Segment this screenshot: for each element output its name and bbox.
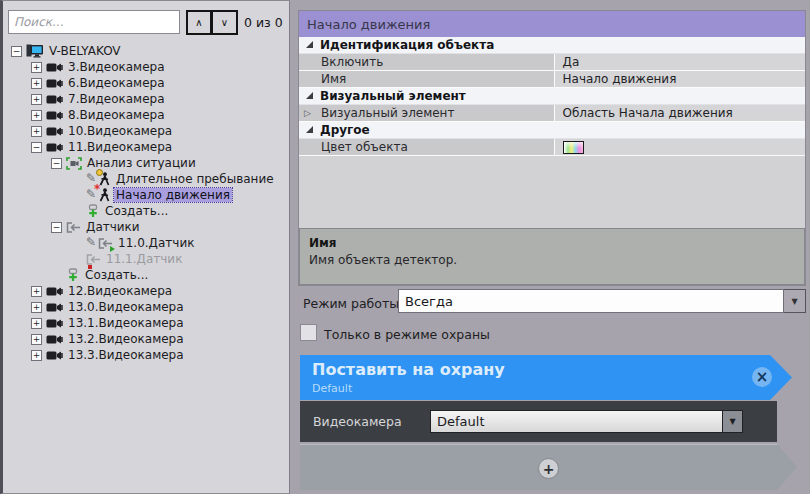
tree-item[interactable]: +8.Видеокамера (5, 107, 287, 123)
dropdown-arrow-icon: ▼ (791, 297, 797, 306)
camera-label: Видеокамера (313, 414, 402, 429)
rule-close-button[interactable]: × (752, 367, 772, 387)
rule-title: Поставить на охрану (312, 360, 505, 379)
tree-expander-plus[interactable]: + (31, 78, 42, 89)
tree-expander-plus[interactable]: + (31, 286, 42, 297)
color-swatch[interactable] (563, 141, 584, 154)
work-mode-dropdown-button[interactable]: ▼ (784, 289, 806, 313)
tree-item[interactable]: ✎Длительное пребывание (5, 171, 287, 187)
find-next-button[interactable]: ∨ (212, 10, 238, 35)
device-tree-panel: ∧ ∨ 0 из 0 −V-BELYAKOV+3.Видеокамера+6.В… (0, 0, 290, 494)
add-rule-row: + (300, 444, 797, 490)
sensor-icon (86, 254, 101, 265)
tree-item[interactable]: 11.1.Датчик (5, 251, 287, 267)
person-detector-icon: * (98, 188, 111, 202)
property-name: Имя (321, 72, 346, 86)
row-expander-icon[interactable]: ▷ (304, 108, 311, 118)
property-category[interactable]: Идентификация объекта (299, 37, 805, 54)
category-label: Другое (320, 123, 370, 137)
computer-icon (26, 44, 44, 58)
camera-icon (46, 110, 63, 121)
tree-item[interactable]: +13.2.Видеокамера (5, 331, 287, 347)
tree-expander-plus[interactable]: + (31, 126, 42, 137)
property-category[interactable]: Визуальный элемент (299, 88, 805, 105)
tree-item[interactable]: −Анализ ситуации (5, 155, 287, 171)
guard-mode-checkbox-label: Только в режиме охраны (324, 327, 490, 342)
tree-item-label: 6.Видеокамера (66, 76, 167, 90)
tree-item[interactable]: +7.Видеокамера (5, 91, 287, 107)
tree-item[interactable]: ✎11.0.Датчик (5, 235, 287, 251)
camera-icon (46, 318, 63, 329)
tree-item[interactable]: +12.Видеокамера (5, 283, 287, 299)
tree-item-label: 11.1.Датчик (104, 252, 184, 266)
add-rule-button[interactable]: + (538, 458, 559, 479)
tree-expander-plus[interactable]: + (31, 302, 42, 313)
tree-expander-minus[interactable]: − (11, 46, 22, 57)
tree-item[interactable]: +13.0.Видеокамера (5, 299, 287, 315)
tree-item-label: 13.3.Видеокамера (66, 348, 186, 362)
dropdown-arrow-icon: ▼ (729, 417, 735, 426)
camera-icon (46, 350, 63, 361)
search-input[interactable] (8, 10, 180, 34)
property-grid-empty-area (299, 156, 805, 228)
close-icon: × (756, 370, 769, 385)
tree-expander-plus[interactable]: + (31, 94, 42, 105)
situation-analysis-icon (66, 157, 82, 170)
category-label: Визуальный элемент (320, 89, 466, 103)
category-collapse-icon (306, 126, 313, 133)
tree-expander-plus[interactable]: + (31, 318, 42, 329)
pencil-icon: ✎ (86, 187, 96, 201)
property-value[interactable]: Область Начала движения (563, 106, 733, 120)
category-label: Идентификация объекта (320, 38, 494, 52)
camera-icon (46, 302, 63, 313)
rule-banner[interactable]: Поставить на охрану Default × (300, 355, 792, 400)
find-previous-button[interactable]: ∧ (186, 10, 212, 35)
tree-item-label: 12.Видеокамера (66, 284, 174, 298)
tree-item-label: 11.Видеокамера (66, 140, 174, 154)
tree-item[interactable]: −V-BELYAKOV (5, 43, 287, 59)
property-row[interactable]: Цвет объекта (299, 139, 805, 156)
tree-expander-plus[interactable]: + (31, 334, 42, 345)
tree-item[interactable]: +3.Видеокамера (5, 59, 287, 75)
tree-item[interactable]: −11.Видеокамера (5, 139, 287, 155)
property-category[interactable]: Другое (299, 122, 805, 139)
tree-expander-minus[interactable]: − (51, 222, 62, 233)
camera-icon (46, 62, 63, 73)
tree-item[interactable]: +13.3.Видеокамера (5, 347, 287, 363)
tree-expander-minus[interactable]: − (51, 158, 62, 169)
tree-item-label: 13.1.Видеокамера (66, 316, 186, 330)
tree-expander-plus[interactable]: + (31, 110, 42, 121)
tree-expander-plus[interactable]: + (31, 62, 42, 73)
work-mode-dropdown[interactable]: Всегда ▼ (398, 289, 806, 313)
property-row[interactable]: ВключитьДа (299, 54, 805, 71)
property-value[interactable]: Да (563, 55, 580, 69)
camera-icon (46, 94, 63, 105)
camera-dropdown-button[interactable]: ▼ (723, 410, 743, 433)
camera-dropdown[interactable]: Default ▼ (430, 410, 743, 433)
person-detector-icon (98, 172, 111, 186)
tree-item[interactable]: Создать... (5, 203, 287, 219)
property-grid: Идентификация объектаВключитьДаИмяНачало… (299, 37, 805, 156)
tree-item[interactable]: +6.Видеокамера (5, 75, 287, 91)
camera-icon (46, 286, 63, 297)
plus-icon: + (543, 462, 555, 476)
properties-title: Начало движения (299, 11, 805, 37)
tree-item[interactable]: ✎*Начало движения (5, 187, 287, 203)
tree-item[interactable]: Создать... (5, 267, 287, 283)
tree-item-label: 13.2.Видеокамера (66, 332, 186, 346)
property-name: Визуальный элемент (321, 106, 454, 120)
tree-expander-plus[interactable]: + (31, 350, 42, 361)
tree-item-label: Создать... (83, 268, 150, 282)
tree-item[interactable]: −Датчики (5, 219, 287, 235)
property-row[interactable]: ИмяНачало движения (299, 71, 805, 88)
guard-mode-checkbox[interactable] (300, 324, 317, 341)
tree-item-label: 3.Видеокамера (66, 60, 167, 74)
tree-item[interactable]: +10.Видеокамера (5, 123, 287, 139)
search-counter: 0 из 0 (244, 15, 283, 30)
rule-subtitle: Default (312, 382, 352, 395)
tree-expander-minus[interactable]: − (31, 142, 42, 153)
camera-icon (46, 142, 63, 153)
property-row[interactable]: ▷Визуальный элементОбласть Начала движен… (299, 105, 805, 122)
property-value[interactable]: Начало движения (563, 72, 677, 86)
tree-item[interactable]: +13.1.Видеокамера (5, 315, 287, 331)
